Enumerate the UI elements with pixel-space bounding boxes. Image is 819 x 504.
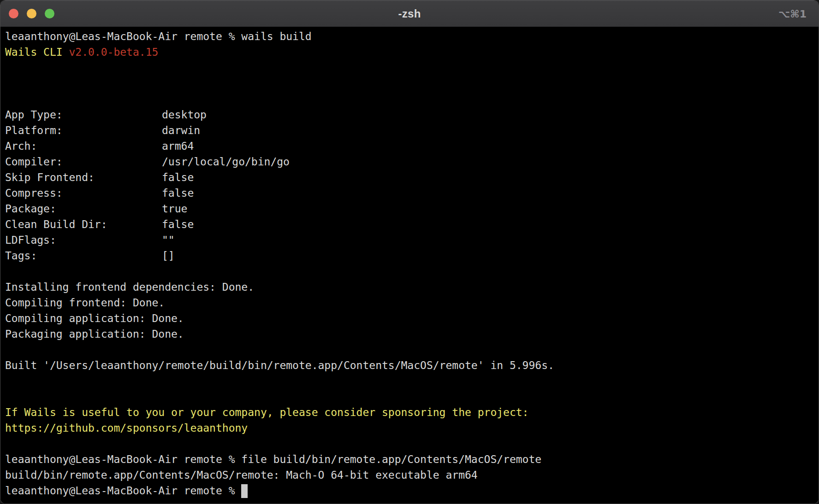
window-title: -zsh <box>0 7 819 20</box>
config-value: false <box>162 187 194 199</box>
config-value: /usr/local/go/bin/go <box>162 156 290 168</box>
terminal-cursor <box>241 484 248 498</box>
config-value: darwin <box>162 124 200 136</box>
terminal-line: Packaging application: Done. <box>5 326 814 342</box>
terminal-line <box>5 76 814 91</box>
terminal-line: Compiling application: Done. <box>5 311 814 326</box>
config-label: Tags: <box>5 248 162 264</box>
terminal-line: Skip Frontend:false <box>5 170 814 185</box>
terminal-line <box>5 389 814 404</box>
minimize-button[interactable] <box>27 9 36 18</box>
terminal-line: Platform:darwin <box>5 123 814 138</box>
config-label: LDFlags: <box>5 232 162 248</box>
terminal-line: build/bin/remote.app/Contents/MacOS/remo… <box>5 467 814 483</box>
terminal-line: Wails CLI v2.0.0-beta.15 <box>5 44 814 60</box>
terminal-line <box>5 91 814 107</box>
terminal-line: https://github.com/sponsors/leaanthony <box>5 420 814 436</box>
window-controls <box>9 9 54 18</box>
terminal-line: Built '/Users/leaanthony/remote/build/bi… <box>5 357 814 373</box>
terminal-line <box>5 264 814 279</box>
terminal-text: Packaging application: Done. <box>5 328 184 340</box>
terminal-line: If Wails is useful to you or your compan… <box>5 404 814 420</box>
terminal-text: https://github.com/sponsors/leaanthony <box>5 422 248 434</box>
terminal-line: Installing frontend dependencies: Done. <box>5 279 814 295</box>
config-value: false <box>162 171 194 183</box>
titlebar[interactable]: -zsh ⌥⌘1 <box>0 0 819 27</box>
config-value: [] <box>162 250 175 262</box>
terminal-text: leaanthony@Leas-MacBook-Air remote % wai… <box>5 30 312 42</box>
config-label: Skip Frontend: <box>5 170 162 185</box>
close-button[interactable] <box>9 9 18 18</box>
config-label: App Type: <box>5 107 162 123</box>
terminal-line: Compiling frontend: Done. <box>5 295 814 311</box>
terminal-text: Wails CLI <box>5 46 69 58</box>
terminal-text: If Wails is useful to you or your compan… <box>5 406 528 418</box>
terminal-text: leaanthony@Leas-MacBook-Air remote % fil… <box>5 453 541 465</box>
config-label: Compress: <box>5 185 162 201</box>
terminal-line <box>5 373 814 389</box>
config-label: Clean Build Dir: <box>5 217 162 232</box>
config-value: "" <box>162 234 175 246</box>
terminal-text: build/bin/remote.app/Contents/MacOS/remo… <box>5 469 478 481</box>
zoom-button[interactable] <box>45 9 54 18</box>
terminal-line <box>5 60 814 76</box>
terminal-line <box>5 436 814 451</box>
terminal-line: Compress:false <box>5 185 814 201</box>
terminal-line: Clean Build Dir:false <box>5 217 814 232</box>
config-value: true <box>162 203 187 215</box>
terminal-line: Arch:arm64 <box>5 138 814 154</box>
tab-shortcut-badge: ⌥⌘1 <box>778 8 807 19</box>
terminal-line: leaanthony@Leas-MacBook-Air remote % fil… <box>5 451 814 467</box>
config-value: false <box>162 218 194 230</box>
terminal-text: Compiling frontend: Done. <box>5 297 165 309</box>
config-value: desktop <box>162 109 207 121</box>
terminal-line: LDFlags:"" <box>5 232 814 248</box>
terminal-text: Installing frontend dependencies: Done. <box>5 281 254 293</box>
terminal-screen[interactable]: leaanthony@Leas-MacBook-Air remote % wai… <box>0 27 819 504</box>
terminal-text: Compiling application: Done. <box>5 312 184 324</box>
config-label: Package: <box>5 201 162 217</box>
terminal-line: Tags:[] <box>5 248 814 264</box>
terminal-line: Compiler:/usr/local/go/bin/go <box>5 154 814 170</box>
terminal-line: Package:true <box>5 201 814 217</box>
terminal-line <box>5 342 814 357</box>
config-label: Platform: <box>5 123 162 138</box>
terminal-line: leaanthony@Leas-MacBook-Air remote % <box>5 483 814 498</box>
terminal-text: leaanthony@Leas-MacBook-Air remote % <box>5 485 241 497</box>
config-label: Compiler: <box>5 154 162 170</box>
terminal-window: -zsh ⌥⌘1 leaanthony@Leas-MacBook-Air rem… <box>0 0 819 504</box>
terminal-text: Built '/Users/leaanthony/remote/build/bi… <box>5 359 554 371</box>
terminal-line: leaanthony@Leas-MacBook-Air remote % wai… <box>5 29 814 44</box>
config-value: arm64 <box>162 140 194 152</box>
terminal-text: v2.0.0-beta.15 <box>69 46 158 58</box>
config-label: Arch: <box>5 138 162 154</box>
terminal-line: App Type:desktop <box>5 107 814 123</box>
